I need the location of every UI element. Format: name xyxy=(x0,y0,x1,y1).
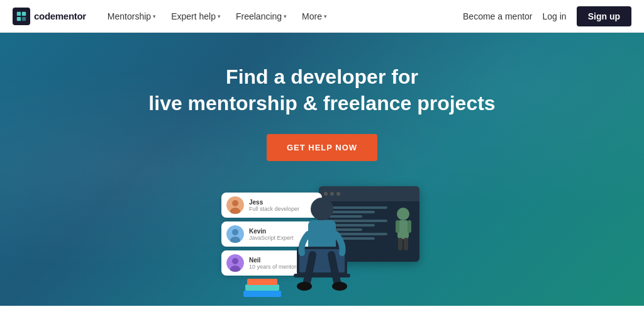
navbar-actions: Become a mentor Log in Sign up xyxy=(463,6,631,26)
person-svg xyxy=(284,190,360,303)
svg-point-13 xyxy=(311,198,333,220)
navbar: codementor Mentorship ▾ Expert help ▾ Fr… xyxy=(0,0,644,33)
get-help-button[interactable]: GET HELP NOW xyxy=(267,134,377,161)
avatar-kevin xyxy=(226,225,244,243)
svg-rect-25 xyxy=(404,238,408,250)
svg-rect-23 xyxy=(408,220,411,233)
svg-point-19 xyxy=(332,282,347,291)
nav-item-mentorship[interactable]: Mentorship ▾ xyxy=(101,8,162,25)
hero-section: Find a developer for live mentorship & f… xyxy=(0,33,644,306)
svg-rect-27 xyxy=(245,284,279,291)
svg-point-18 xyxy=(297,282,312,291)
svg-point-5 xyxy=(232,200,238,206)
hero-content: Find a developer for live mentorship & f… xyxy=(148,64,495,161)
hero-illustration: Jess Full stack developer Kevin JavaScri… xyxy=(102,180,542,306)
avatar-neil xyxy=(226,254,244,272)
svg-rect-24 xyxy=(398,238,402,250)
svg-rect-28 xyxy=(247,279,277,285)
svg-point-11 xyxy=(232,258,238,264)
nav-item-more[interactable]: More ▾ xyxy=(296,8,333,25)
signup-button[interactable]: Sign up xyxy=(577,6,631,26)
chevron-down-icon: ▾ xyxy=(153,13,156,20)
chevron-down-icon: ▾ xyxy=(324,13,327,20)
person-illustration xyxy=(284,190,360,306)
svg-rect-3 xyxy=(22,16,26,20)
logo-icon xyxy=(13,8,30,25)
svg-rect-0 xyxy=(17,11,21,15)
become-mentor-link[interactable]: Become a mentor xyxy=(463,11,533,21)
chevron-down-icon: ▾ xyxy=(218,13,221,20)
screen-person xyxy=(392,206,414,257)
navbar-nav: Mentorship ▾ Expert help ▾ Freelancing ▾… xyxy=(101,8,463,25)
svg-point-20 xyxy=(397,208,409,220)
svg-point-8 xyxy=(232,229,238,235)
login-link[interactable]: Log in xyxy=(543,11,567,21)
avatar-jess xyxy=(226,196,244,214)
logo-text: codementor xyxy=(34,11,86,21)
lower-section: Get help from vetted software developers… xyxy=(0,306,644,319)
chevron-down-icon: ▾ xyxy=(284,13,287,20)
svg-rect-26 xyxy=(243,291,281,297)
logo[interactable]: codementor xyxy=(13,8,86,25)
svg-rect-22 xyxy=(396,220,399,233)
hero-title: Find a developer for live mentorship & f… xyxy=(148,64,495,116)
nav-item-expert-help[interactable]: Expert help ▾ xyxy=(165,8,227,25)
nav-item-freelancing[interactable]: Freelancing ▾ xyxy=(230,8,293,25)
svg-rect-2 xyxy=(17,16,21,20)
svg-rect-1 xyxy=(22,11,26,15)
svg-rect-17 xyxy=(294,274,350,277)
